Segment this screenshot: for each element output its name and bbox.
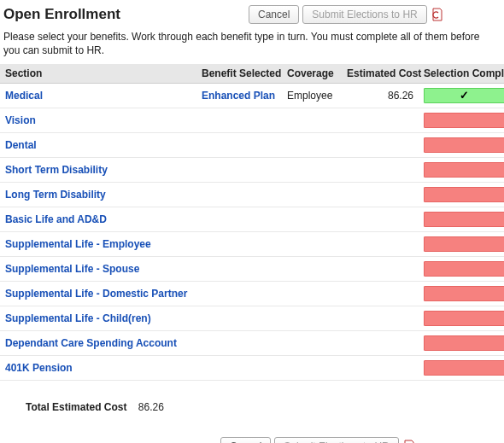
coverage-cell — [282, 183, 342, 207]
cost-cell — [342, 108, 419, 133]
benefit-link[interactable]: Enhanced Plan — [202, 90, 275, 102]
cost-cell — [342, 356, 419, 381]
cost-cell: 86.26 — [342, 84, 419, 108]
status-incomplete-icon — [424, 137, 504, 153]
section-link[interactable]: Short Term Disability — [5, 164, 108, 176]
table-row: Basic Life and AD&D — [0, 207, 504, 232]
cancel-button[interactable]: Cancel — [249, 5, 299, 24]
coverage-cell — [282, 331, 342, 356]
section-link[interactable]: Basic Life and AD&D — [5, 213, 107, 225]
status-incomplete-icon — [424, 261, 504, 277]
table-row: Supplemental Life - Child(ren) — [0, 306, 504, 331]
pdf-icon[interactable] — [431, 8, 444, 21]
cost-cell — [342, 282, 419, 306]
status-incomplete-icon — [424, 286, 504, 301]
coverage-cell — [282, 356, 342, 381]
col-header-section: Section — [0, 64, 196, 84]
col-header-complete: Selection Completed — [419, 64, 504, 84]
table-row: Supplemental Life - Domestic Partner — [0, 282, 504, 306]
cancel-button-footer[interactable]: Cancel — [220, 437, 271, 443]
section-link[interactable]: Vision — [5, 114, 36, 126]
cost-cell — [342, 306, 419, 331]
table-row: Vision — [0, 108, 504, 133]
submit-button-footer[interactable]: Submit Elections to HR — [274, 437, 398, 443]
coverage-cell — [282, 306, 342, 331]
status-incomplete-icon — [424, 360, 504, 376]
section-link[interactable]: Supplemental Life - Child(ren) — [5, 312, 151, 324]
status-incomplete-icon — [424, 187, 504, 202]
table-row: Supplemental Life - Spouse — [0, 257, 504, 282]
benefits-table: Section Benefit Selected Coverage Estima… — [0, 64, 504, 381]
coverage-cell — [282, 133, 342, 158]
cost-cell — [342, 331, 419, 356]
instructions-text: Please select your benefits. Work throug… — [0, 27, 504, 64]
cost-cell — [342, 232, 419, 257]
cost-cell — [342, 183, 419, 207]
col-header-cost: Estimated Cost — [342, 64, 419, 84]
table-row: MedicalEnhanced PlanEmployee86.26✓ — [0, 84, 504, 108]
pdf-icon-footer[interactable] — [402, 440, 416, 443]
col-header-coverage: Coverage — [282, 64, 342, 84]
coverage-cell: Employee — [282, 84, 342, 108]
coverage-cell — [282, 207, 342, 232]
table-row: Supplemental Life - Employee — [0, 232, 504, 257]
status-incomplete-icon — [424, 335, 504, 351]
section-link[interactable]: 401K Pension — [5, 362, 73, 374]
col-header-benefit: Benefit Selected — [196, 64, 282, 84]
page-title: Open Enrollment — [3, 6, 146, 23]
section-link[interactable]: Medical — [5, 90, 43, 102]
table-row: Long Term Disability — [0, 183, 504, 207]
cost-cell — [342, 133, 419, 158]
cost-cell — [342, 257, 419, 282]
coverage-cell — [282, 232, 342, 257]
status-complete-icon: ✓ — [424, 88, 504, 103]
coverage-cell — [282, 282, 342, 306]
submit-button[interactable]: Submit Elections to HR — [302, 5, 426, 24]
status-incomplete-icon — [424, 236, 504, 252]
section-link[interactable]: Dental — [5, 139, 37, 151]
coverage-cell — [282, 257, 342, 282]
total-cost-value: 86.26 — [138, 401, 164, 413]
section-link[interactable]: Dependant Care Spending Account — [5, 337, 177, 349]
status-incomplete-icon — [424, 162, 504, 178]
table-row: Short Term Disability — [0, 158, 504, 183]
section-link[interactable]: Long Term Disability — [5, 189, 106, 201]
table-row: 401K Pension — [0, 356, 504, 381]
status-incomplete-icon — [424, 212, 504, 227]
section-link[interactable]: Supplemental Life - Domestic Partner — [5, 288, 187, 300]
total-cost-label: Total Estimated Cost — [26, 401, 135, 413]
coverage-cell — [282, 108, 342, 133]
section-link[interactable]: Supplemental Life - Employee — [5, 238, 151, 250]
checkmark-icon: ✓ — [460, 89, 469, 102]
coverage-cell — [282, 158, 342, 183]
cost-cell — [342, 158, 419, 183]
status-incomplete-icon — [424, 113, 504, 128]
table-row: Dependant Care Spending Account — [0, 331, 504, 356]
section-link[interactable]: Supplemental Life - Spouse — [5, 263, 139, 275]
table-row: Dental — [0, 133, 504, 158]
status-incomplete-icon — [424, 311, 504, 326]
cost-cell — [342, 207, 419, 232]
